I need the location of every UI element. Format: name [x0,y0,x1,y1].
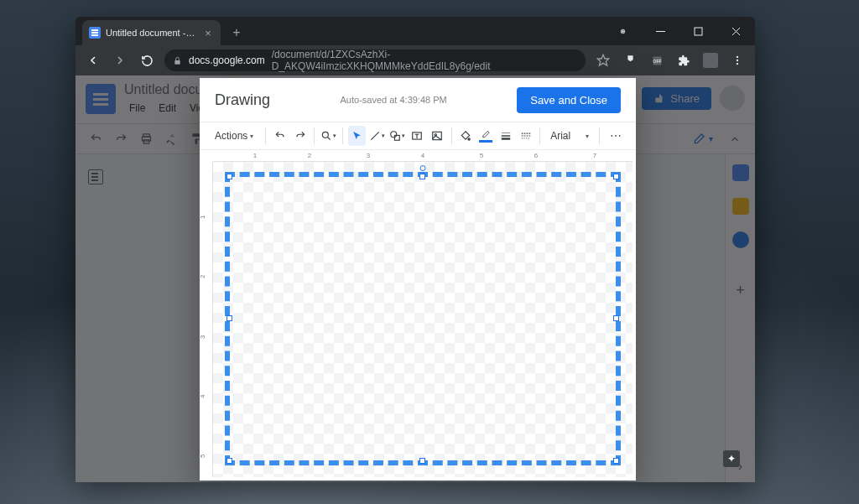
svg-point-1 [622,30,624,32]
minimize-button[interactable] [642,17,679,45]
browser-menu-icon[interactable] [725,48,750,73]
svg-point-8 [737,56,738,58]
border-dash-icon[interactable] [517,126,534,146]
selected-rectangle-shape[interactable] [225,172,621,465]
svg-rect-4 [174,60,180,65]
extension-icon-1[interactable] [617,48,643,73]
maximize-button[interactable] [679,17,717,45]
lock-icon [173,56,182,65]
drawing-canvas-area: 1 2 3 4 5 6 7 1 2 3 4 5 [200,150,636,481]
tab-title: Untitled document - Google Docs [106,28,197,38]
undo-drawing-icon[interactable] [271,126,289,146]
drawing-title: Drawing [215,91,270,109]
svg-point-16 [322,132,328,138]
browser-toolbar: docs.google.com/document/d/1ZXCsAzhXi-D_… [75,45,755,75]
rotation-handle[interactable] [420,165,426,171]
save-and-close-button[interactable]: Save and Close [517,87,621,113]
actions-menu[interactable]: Actions [208,127,260,145]
resize-handle-nw[interactable] [226,174,232,179]
resize-handle-s[interactable] [419,458,425,464]
svg-point-9 [737,60,738,61]
drawing-dialog: Drawing Auto-saved at 4:39:48 PM Save an… [200,78,636,481]
horizontal-ruler[interactable]: 1 2 3 4 5 6 7 [213,150,633,162]
font-selector[interactable]: Arial [545,130,594,142]
browser-tab[interactable]: Untitled document - Google Docs × [82,20,221,45]
svg-rect-2 [656,31,665,32]
redo-drawing-icon[interactable] [291,126,309,146]
border-color-swatch [479,140,492,143]
reload-button[interactable] [134,48,159,73]
url-path: /document/d/1ZXCsAzhXi-D_AKQW4iImzicXKHQ… [272,49,577,72]
resize-handle-n[interactable] [419,174,425,179]
close-window-button[interactable] [717,17,755,45]
star-bookmark-icon[interactable] [591,48,616,73]
browser-window: Untitled document - Google Docs × + [75,17,755,482]
resize-handle-se[interactable] [613,458,619,464]
border-color-icon[interactable] [476,126,494,146]
window-controls [604,17,755,45]
new-tab-button[interactable]: + [226,22,247,44]
zoom-icon[interactable]: ▾ [320,126,337,146]
docs-app: Untitled document File Edit View Insert … [75,75,755,482]
svg-marker-5 [597,55,608,65]
svg-point-10 [737,63,738,65]
svg-rect-3 [695,28,702,35]
back-button[interactable] [81,48,106,73]
fill-color-icon[interactable] [456,126,474,146]
explore-badge-icon[interactable]: ✦ [723,450,740,467]
more-options-icon[interactable]: ⋯ [605,129,627,143]
svg-rect-18 [394,135,399,140]
svg-point-22 [468,138,470,140]
close-tab-icon[interactable]: × [202,27,214,39]
docs-favicon [89,27,101,39]
line-tool-icon[interactable]: ▾ [368,126,386,146]
extension-icon-2[interactable]: OFF [644,48,669,73]
resize-handle-sw[interactable] [226,458,232,464]
autosave-status: Auto-saved at 4:39:48 PM [284,95,503,105]
shape-tool-icon[interactable]: ▾ [388,126,406,146]
vertical-ruler[interactable]: 1 2 3 4 5 [200,162,213,477]
extensions-row: OFF [617,48,750,73]
drawing-dialog-header: Drawing Auto-saved at 4:39:48 PM Save an… [200,78,636,122]
drawing-toolbar: Actions ▾ ▾ ▾ [200,122,636,150]
resize-handle-w[interactable] [226,315,232,321]
border-weight-icon[interactable] [497,126,514,146]
profile-avatar-icon[interactable] [698,48,723,73]
svg-point-17 [390,132,396,138]
address-bar[interactable]: docs.google.com/document/d/1ZXCsAzhXi-D_… [164,49,586,71]
textbox-tool-icon[interactable] [409,126,426,146]
url-host: docs.google.com [189,55,265,66]
resize-handle-ne[interactable] [613,174,619,179]
image-tool-icon[interactable] [429,126,446,146]
svg-text:OFF: OFF [653,59,661,64]
incognito-icon[interactable] [604,17,642,45]
select-tool-icon[interactable] [348,126,366,146]
extensions-puzzle-icon[interactable] [671,48,696,73]
resize-handle-e[interactable] [613,315,619,321]
forward-button[interactable] [107,48,133,73]
drawing-canvas[interactable] [213,162,633,477]
browser-titlebar: Untitled document - Google Docs × + [75,17,755,45]
